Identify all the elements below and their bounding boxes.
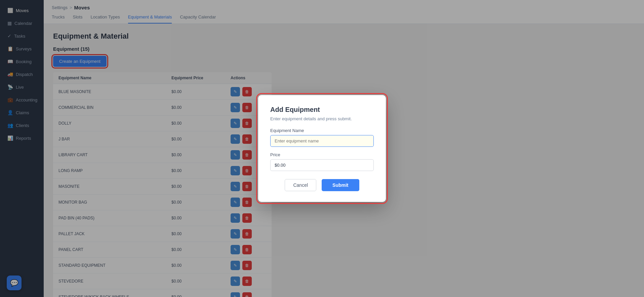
- modal-overlay: Add Equipment Enter equipment details an…: [0, 0, 644, 297]
- price-label: Price: [270, 152, 374, 157]
- modal-actions: Cancel Submit: [270, 179, 374, 191]
- equipment-name-input[interactable]: [270, 135, 374, 147]
- add-equipment-modal: Add Equipment Enter equipment details an…: [258, 95, 386, 202]
- submit-button[interactable]: Submit: [322, 179, 359, 191]
- price-input[interactable]: [270, 159, 374, 171]
- modal-subtitle: Enter equipment details and press submit…: [270, 116, 374, 121]
- modal-title: Add Equipment: [270, 106, 374, 114]
- cancel-button[interactable]: Cancel: [285, 179, 316, 191]
- equipment-name-label: Equipment Name: [270, 128, 374, 133]
